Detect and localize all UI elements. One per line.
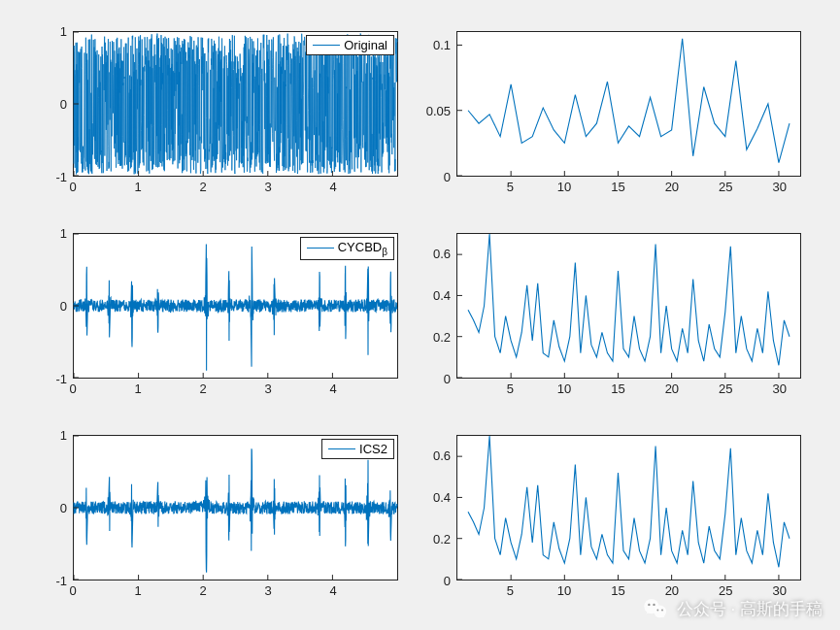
legend-swatch	[307, 248, 334, 249]
ytick-label: 0.2	[433, 532, 451, 547]
ytick-label: 0	[444, 574, 451, 588]
series-line	[468, 39, 790, 163]
xtick-label: 4	[329, 583, 336, 598]
xtick-label: 2	[199, 583, 206, 598]
xtick-label: 20	[665, 180, 679, 194]
legend: ICS2	[321, 439, 394, 459]
xtick-label: 1	[134, 583, 141, 598]
legend-label: ICS2	[359, 442, 387, 456]
xtick-label: 4	[329, 381, 336, 396]
ytick-label: 0	[60, 97, 67, 112]
xtick-label: 15	[611, 583, 624, 598]
xtick-label: 3	[264, 583, 271, 598]
xtick-label: 5	[507, 583, 514, 598]
watermark: 公众号 · 高斯的手稿	[642, 595, 823, 622]
series-line	[74, 244, 397, 370]
svg-point-0	[644, 599, 658, 613]
xtick-label: 20	[665, 583, 679, 598]
svg-point-3	[653, 604, 655, 606]
xtick-label: 15	[611, 381, 624, 396]
ytick-label: 0.2	[433, 330, 451, 345]
xtick-label: 30	[773, 381, 787, 396]
ytick-label: 1	[60, 24, 67, 39]
xtick-label: 2	[199, 180, 206, 194]
ytick-label: 1	[60, 226, 67, 241]
xtick-label: 5	[507, 180, 514, 194]
series-line	[468, 234, 790, 365]
xtick-label: 25	[719, 180, 732, 194]
figure-area: 公众号 · 高斯的手稿 01234-101Original51015202530…	[0, 0, 840, 630]
xtick-label: 15	[611, 180, 624, 194]
ytick-label: 0.4	[433, 288, 451, 303]
ytick-label: 0	[444, 170, 451, 184]
xtick-label: 0	[69, 583, 76, 598]
ytick-label: 0.4	[433, 490, 451, 505]
svg-point-4	[656, 610, 658, 612]
ytick-label: 0.6	[433, 247, 451, 261]
legend: CYCBDβ	[300, 237, 394, 260]
xtick-label: 2	[199, 381, 206, 396]
series-line	[74, 448, 397, 573]
ytick-label: 0	[60, 501, 67, 515]
xtick-label: 30	[773, 180, 787, 194]
legend-swatch	[328, 448, 355, 449]
xtick-label: 10	[557, 583, 571, 598]
subplot-r1c2	[456, 31, 801, 177]
xtick-label: 1	[134, 381, 141, 396]
ytick-label: 0	[444, 372, 451, 386]
legend: Original	[306, 35, 394, 55]
xtick-label: 30	[773, 583, 787, 598]
legend-swatch	[313, 45, 340, 46]
ytick-label: 1	[60, 428, 67, 443]
xtick-label: 3	[264, 381, 271, 396]
ytick-label: 0.1	[433, 37, 451, 51]
ytick-label: 0	[60, 299, 67, 314]
xtick-label: 10	[557, 381, 571, 396]
ytick-label: -1	[55, 372, 67, 386]
xtick-label: 25	[719, 583, 732, 598]
ytick-label: -1	[55, 574, 67, 588]
svg-point-1	[654, 606, 666, 618]
xtick-label: 20	[665, 381, 679, 396]
subplot-r2c2	[456, 233, 801, 379]
legend-label: Original	[344, 38, 387, 52]
svg-point-2	[648, 604, 650, 606]
svg-point-5	[661, 610, 663, 612]
xtick-label: 0	[69, 180, 76, 194]
ytick-label: -1	[55, 170, 67, 184]
ytick-label: 0.6	[433, 448, 451, 463]
legend-label: CYCBDβ	[338, 240, 387, 257]
xtick-label: 4	[329, 180, 336, 194]
subplot-r3c2	[456, 435, 801, 580]
xtick-label: 0	[69, 381, 76, 396]
xtick-label: 1	[134, 180, 141, 194]
series-line	[468, 436, 790, 567]
xtick-label: 25	[719, 381, 732, 396]
xtick-label: 10	[557, 180, 571, 194]
xtick-label: 5	[507, 381, 514, 396]
xtick-label: 3	[264, 180, 271, 194]
watermark-text: 公众号 · 高斯的手稿	[677, 598, 823, 620]
wechat-icon	[642, 595, 669, 622]
ytick-label: 0.05	[426, 103, 451, 117]
